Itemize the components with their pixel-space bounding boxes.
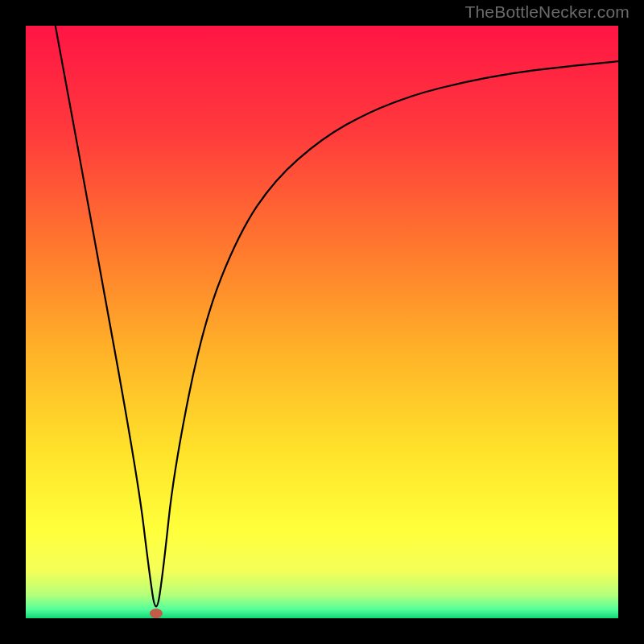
plot-area (26, 26, 618, 618)
attribution-watermark: TheBottleNecker.com (464, 2, 630, 22)
chart-frame: TheBottleNecker.com (0, 0, 644, 644)
gradient-background (26, 26, 618, 618)
optimum-marker-icon (150, 609, 163, 618)
bottleneck-chart (26, 26, 618, 618)
